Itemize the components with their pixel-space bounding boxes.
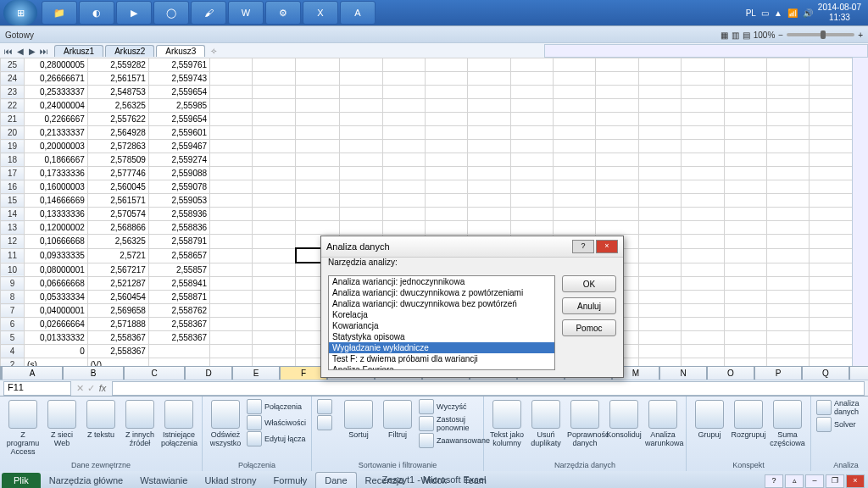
cell[interactable]: 0,09333335 xyxy=(25,248,88,263)
cell[interactable]: 2,55857 xyxy=(148,263,209,277)
cell[interactable] xyxy=(766,331,809,345)
row-header[interactable]: 25 xyxy=(1,58,25,72)
list-item-selected[interactable]: Wygładzanie wykładnicze xyxy=(329,342,554,353)
taskbar-app-chrome[interactable]: ◯ xyxy=(153,1,189,25)
cell[interactable] xyxy=(724,277,766,291)
cell[interactable] xyxy=(425,99,467,113)
cell[interactable] xyxy=(210,331,253,345)
cell[interactable] xyxy=(724,304,766,318)
cell[interactable] xyxy=(724,235,766,249)
cell[interactable]: 2,564928 xyxy=(87,126,148,140)
cell[interactable] xyxy=(724,248,766,263)
refresh-all-button[interactable]: Odśwież wszystko xyxy=(208,398,243,447)
cell[interactable] xyxy=(339,86,382,99)
tab-insert[interactable]: Wstawianie xyxy=(131,473,196,488)
cell[interactable] xyxy=(638,86,681,99)
from-other-button[interactable]: Z innych źródeł xyxy=(122,398,158,447)
cell[interactable] xyxy=(554,113,596,126)
cell[interactable] xyxy=(638,235,681,249)
cell[interactable] xyxy=(253,180,296,194)
help-icon[interactable]: ? xyxy=(765,474,783,488)
existing-connections-button[interactable]: Istniejące połączenia xyxy=(161,398,197,447)
cell[interactable] xyxy=(810,58,853,72)
cell[interactable] xyxy=(468,180,510,194)
cell[interactable] xyxy=(296,180,339,194)
cell[interactable]: 2,558762 xyxy=(148,304,209,318)
zoom-in-button[interactable]: + xyxy=(858,30,863,40)
tab-view[interactable]: Widok xyxy=(412,473,455,488)
cell[interactable] xyxy=(210,345,253,358)
cell[interactable] xyxy=(253,248,296,263)
cell[interactable]: 0,24000004 xyxy=(25,99,88,113)
row-header[interactable]: 2 xyxy=(1,358,25,367)
solver-button[interactable]: Solver xyxy=(816,417,868,432)
cell[interactable] xyxy=(638,180,681,194)
cell[interactable] xyxy=(766,180,809,194)
cell[interactable] xyxy=(682,99,724,113)
cell[interactable] xyxy=(596,180,638,194)
cell[interactable] xyxy=(510,113,553,126)
cell[interactable] xyxy=(296,113,339,126)
cell[interactable] xyxy=(638,345,681,358)
cell[interactable] xyxy=(210,235,253,249)
cell[interactable]: 2,558941 xyxy=(148,277,209,291)
cell[interactable] xyxy=(382,58,425,72)
cell[interactable] xyxy=(766,140,809,153)
window-close-icon[interactable]: × xyxy=(846,474,865,488)
cell[interactable] xyxy=(724,167,766,180)
cell[interactable] xyxy=(339,99,382,113)
cell[interactable] xyxy=(339,72,382,86)
cell[interactable] xyxy=(810,208,853,221)
cell[interactable]: 2,561571 xyxy=(87,72,148,86)
data-validation-button[interactable]: Poprawność danych xyxy=(567,398,603,447)
cell[interactable] xyxy=(425,113,467,126)
cell[interactable] xyxy=(724,126,766,140)
cell[interactable] xyxy=(810,221,853,235)
cell[interactable] xyxy=(296,153,339,167)
cell[interactable]: 2,521287 xyxy=(87,277,148,291)
cell[interactable] xyxy=(253,235,296,249)
from-access-button[interactable]: Z programu Access xyxy=(5,398,41,456)
cell[interactable] xyxy=(638,318,681,331)
cell[interactable] xyxy=(554,126,596,140)
cell[interactable] xyxy=(210,72,253,86)
cell[interactable] xyxy=(339,208,382,221)
cell[interactable] xyxy=(468,86,510,99)
cell[interactable] xyxy=(810,277,853,291)
cell[interactable] xyxy=(554,208,596,221)
cell[interactable] xyxy=(766,277,809,291)
cell[interactable]: 2,548753 xyxy=(87,86,148,99)
cell[interactable] xyxy=(810,167,853,180)
cell[interactable] xyxy=(210,99,253,113)
cell[interactable] xyxy=(253,86,296,99)
cell[interactable]: 2,558367 xyxy=(148,318,209,331)
cell[interactable]: 2,578509 xyxy=(87,153,148,167)
row-header[interactable]: 16 xyxy=(1,180,25,194)
cell[interactable]: 0,2266667 xyxy=(25,113,88,126)
cell[interactable]: 0,17333336 xyxy=(25,167,88,180)
view-break-icon[interactable]: ▤ xyxy=(743,30,750,40)
cell[interactable] xyxy=(382,194,425,208)
cell[interactable]: 2,570574 xyxy=(87,208,148,221)
taskbar-app-tool[interactable]: ⚙ xyxy=(265,1,301,25)
cell[interactable] xyxy=(296,58,339,72)
row-header[interactable]: 14 xyxy=(1,208,25,221)
cell[interactable] xyxy=(253,345,296,358)
row-header[interactable]: 17 xyxy=(1,167,25,180)
start-button[interactable]: ⊞ xyxy=(3,0,37,25)
cell[interactable] xyxy=(682,58,724,72)
vertical-scrollbar[interactable] xyxy=(852,58,868,366)
cell[interactable]: 2,559601 xyxy=(148,126,209,140)
cell[interactable] xyxy=(554,86,596,99)
tab-data[interactable]: Dane xyxy=(315,472,356,488)
cell[interactable] xyxy=(253,208,296,221)
cell[interactable] xyxy=(724,221,766,235)
cell[interactable] xyxy=(766,58,809,72)
cell[interactable]: 2,559078 xyxy=(148,180,209,194)
cell[interactable] xyxy=(724,58,766,72)
row-header[interactable]: 21 xyxy=(1,113,25,126)
cell[interactable]: 2,56325 xyxy=(87,99,148,113)
cell[interactable] xyxy=(766,86,809,99)
cell[interactable]: 0,16000003 xyxy=(25,180,88,194)
cell[interactable] xyxy=(724,72,766,86)
